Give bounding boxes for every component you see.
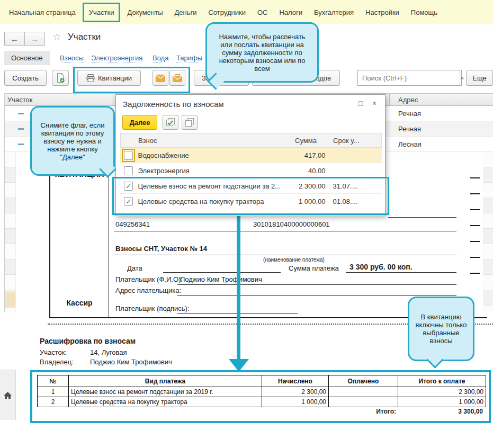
uncheck-all-icon	[185, 118, 194, 127]
breakdown-row: 2 Целевые средства на покупку трактора 1…	[38, 397, 486, 407]
create-button-label: Создать	[12, 74, 38, 82]
receipt-purpose: Взносы СНТ, Участок № 14	[115, 245, 207, 253]
printer-icon	[86, 74, 95, 82]
fee-row[interactable]: Электроэнергия 40,00	[120, 163, 382, 178]
receipt-signature-label: Плательщик (подпись):	[115, 304, 190, 312]
menu-item-plots[interactable]: Участки	[83, 3, 121, 22]
col-sum: Сумма	[292, 137, 328, 145]
envelope-open-icon	[173, 74, 182, 82]
tab-fees[interactable]: Взносы	[60, 54, 84, 62]
tab-electricity[interactable]: Электроэнергия	[91, 54, 142, 62]
row-marker-icon	[18, 113, 24, 114]
menu-item-help[interactable]: Помощь	[405, 8, 443, 16]
fee-row[interactable]: ✓ Целевые средства на покупку трактора 1…	[120, 194, 382, 209]
more-button-label: Еще	[472, 74, 486, 82]
next-button[interactable]: Далее	[122, 115, 157, 130]
col-due: Срок у...	[328, 137, 381, 145]
fee-row[interactable]: Водоснабжение 417,00	[120, 148, 382, 163]
menu-item-documents[interactable]: Документы	[121, 8, 168, 16]
receipt-bik: 049256341	[115, 220, 150, 228]
checkbox-checked[interactable]: ✓	[124, 197, 133, 206]
col-payment-type: Вид платежа	[69, 375, 262, 387]
receipt-payer-name: Поджио Ким Трофимович	[180, 275, 262, 283]
check-all-button[interactable]	[163, 115, 178, 130]
dialog-table-header: Взнос Сумма Срок у...	[120, 133, 382, 148]
debt-dialog: Задолженность по взносам □ × Далее Взнос…	[115, 94, 386, 216]
row-marker-icon	[18, 128, 24, 130]
callout-selected-fees: В квитанцию включны только выбранные взн…	[408, 297, 474, 361]
row-address: Речная	[398, 110, 421, 118]
highlighted-cell	[5, 292, 15, 308]
send-email-button[interactable]	[153, 70, 168, 86]
col-paid: Оплачено	[329, 375, 398, 387]
new-document-icon-button[interactable]	[52, 70, 69, 86]
main-menu: Начальная страница Участки Документы Ден…	[0, 0, 493, 24]
breakdown-header-row: № Вид платежа Начислено Оплачено Итого к…	[38, 375, 486, 387]
col-fee: Взнос	[137, 137, 292, 145]
back-button[interactable]: ←	[4, 32, 25, 46]
receipt-purpose-caption: (наименование платежа)	[241, 257, 347, 263]
annotation-arrow-head	[229, 359, 249, 372]
breakdown-owner-label: Владелец:	[40, 358, 74, 366]
uncheck-all-button[interactable]	[182, 115, 198, 130]
breakdown-total-label: Итого:	[330, 408, 396, 415]
breakdown-table: № Вид платежа Начислено Оплачено Итого к…	[37, 375, 486, 407]
menu-item-accounting[interactable]: Бухгалтерия	[308, 8, 360, 16]
app-window: Начальная страница Участки Документы Ден…	[0, 0, 493, 448]
receipt-cashier-label: Кассир	[51, 299, 108, 307]
receipt-amount-label: Сумма платежа	[289, 264, 339, 272]
breakdown-plot-value: 14, Луговая	[90, 348, 127, 356]
search-input[interactable]	[358, 74, 460, 82]
checkbox-checked[interactable]: ✓	[124, 182, 133, 191]
send-all-email-button[interactable]	[169, 70, 185, 86]
receipt-amount: 3 300 руб. 00 коп.	[349, 263, 413, 271]
col-address[interactable]: Адрес	[398, 96, 418, 104]
fee-row[interactable]: ✓ Целевые взнос на ремонт подстанции за …	[120, 178, 382, 194]
page-title: Участки	[68, 32, 101, 42]
receipts-button[interactable]: Квитанции	[77, 70, 141, 86]
receipt-payer-label: Плательщик (Ф.И.О):	[115, 275, 183, 283]
forward-button[interactable]: →	[24, 32, 45, 46]
menu-item-money[interactable]: Деньги	[168, 8, 202, 16]
tab-tariffs[interactable]: Тарифы	[176, 54, 202, 62]
receipt-left-frame	[49, 153, 50, 318]
receipt-date-label: Дата	[127, 264, 142, 272]
row-marker-icon	[18, 144, 24, 145]
col-total-due: Итого к оплате	[398, 375, 486, 387]
breakdown-owner-value: Поджио Ким Трофимович	[90, 358, 172, 366]
menu-item-home[interactable]: Начальная страница	[3, 8, 82, 16]
breakdown-title: Расшифровка по взносам	[40, 337, 136, 345]
col-accrued: Начислено	[262, 375, 329, 387]
menu-item-taxes[interactable]: Налоги	[273, 8, 308, 16]
create-button[interactable]: Создать	[4, 70, 47, 86]
receipts-button-label: Квитанции	[98, 74, 132, 82]
home-icon[interactable]	[3, 391, 12, 401]
dialog-fee-table: Взнос Сумма Срок у... Водоснабжение 417,…	[120, 133, 382, 209]
menu-item-os[interactable]: ОС	[252, 8, 274, 16]
tab-water[interactable]: Вода	[153, 54, 168, 62]
dialog-restore-icon[interactable]: □	[355, 99, 366, 107]
callout-print-receipts: Нажмите, чтобы распечать или послать кви…	[205, 22, 319, 83]
receipt-address-label: Адрес плательщика:	[115, 286, 181, 294]
more-button[interactable]: Еще	[466, 70, 493, 86]
menu-item-settings[interactable]: Настройки	[360, 8, 405, 16]
document-plus-icon	[56, 73, 65, 83]
tab-main[interactable]: Основное	[4, 51, 50, 65]
menu-item-employees[interactable]: Сотрудники	[202, 8, 251, 16]
receipt-corr-account: 30101810400000000601	[253, 220, 330, 228]
row-address: Лесная	[398, 140, 422, 148]
checkbox[interactable]	[124, 166, 133, 175]
col-plot[interactable]: Участок	[7, 96, 33, 104]
favorite-star-icon[interactable]: ☆	[52, 31, 61, 43]
checkbox-focused[interactable]	[122, 149, 135, 162]
breakdown-total-value: 3 300,00	[414, 408, 483, 415]
envelope-icon	[156, 75, 165, 82]
footer-panel	[0, 370, 16, 420]
search-clear-icon[interactable]: ×	[460, 70, 464, 85]
breakdown-plot-label: Участок:	[40, 348, 67, 356]
dialog-title: Задолженность по взносам	[123, 100, 224, 109]
receipt-stub-divider	[109, 153, 109, 318]
annotation-arrow	[237, 216, 240, 359]
dialog-close-icon[interactable]: ×	[369, 99, 380, 107]
search-box: ×	[357, 70, 462, 86]
